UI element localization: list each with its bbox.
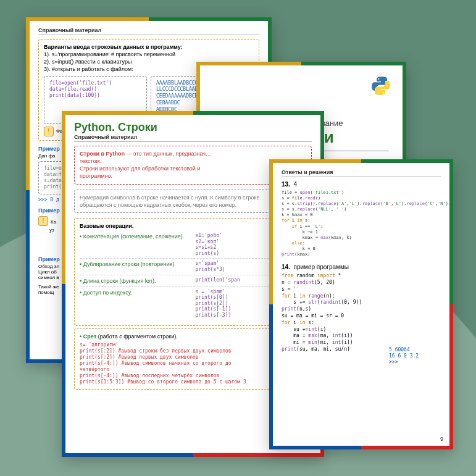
section-header: Ответы и решения — [282, 169, 441, 177]
file-code: file=open('file.txt') data=file.read() p… — [49, 80, 112, 98]
page-title: Python. Строки — [74, 121, 312, 134]
def-line2: текстом. — [80, 158, 101, 164]
numbering-box: Нумерация символов в строке начинается с… — [74, 190, 282, 213]
section-header: Справочный материал — [74, 134, 312, 142]
warning-icon: ! — [38, 216, 48, 226]
def-rest: — это тип данных, предназнач… — [125, 151, 211, 157]
a14: пример программы — [293, 264, 349, 270]
warning-icon: ! — [44, 127, 54, 136]
q13: 13. — [282, 181, 290, 188]
slice-title2: (работа с фрагментом строки). — [96, 333, 178, 340]
example-2-text1: Ка — [51, 219, 56, 225]
output-14: 5 60064 16 6 0 3.2>>> — [389, 347, 441, 365]
variant-1: 1). s='программирование' # присвоить пер… — [44, 51, 254, 58]
def-term: Строки в Python — [80, 151, 125, 157]
section-header: Справочный материал — [38, 27, 259, 35]
example-1-tail: В д — [50, 197, 59, 203]
page-answers: Ответы и решения 13. 4 file = open('file… — [269, 159, 453, 449]
def-line3: Строки используют для обработки текстово… — [80, 165, 200, 172]
python-icon — [370, 75, 391, 96]
code-14: from random import * n = randint(5, 20) … — [282, 273, 385, 365]
intro-title: Варианты ввода строковых данных в програ… — [44, 43, 254, 51]
slice-title: Срез — [83, 333, 96, 340]
prompt: >>> — [38, 197, 47, 203]
page-number: 9 — [440, 436, 443, 442]
a13: 4 — [293, 181, 297, 188]
q14: 14. — [282, 264, 290, 270]
code-13: file = open('file1.txt') s = file.read()… — [282, 190, 441, 257]
slice-code: s= 'алгоритм' print(s[:2]) #вывод строки… — [80, 342, 246, 385]
def-line4: программно. — [80, 173, 112, 179]
